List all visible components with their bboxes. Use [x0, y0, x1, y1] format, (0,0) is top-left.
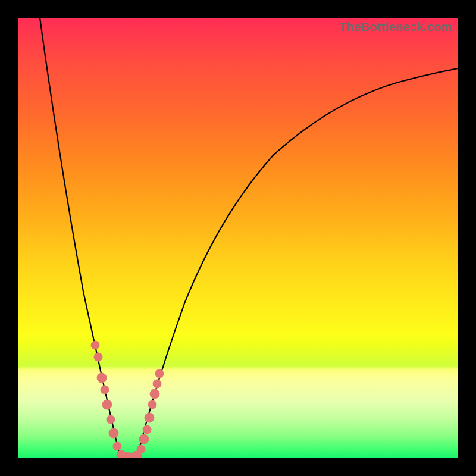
svg-point-7 — [113, 442, 121, 450]
svg-point-13 — [139, 434, 149, 444]
svg-point-2 — [97, 373, 107, 383]
svg-point-16 — [148, 400, 156, 409]
svg-point-19 — [155, 369, 164, 378]
svg-point-0 — [91, 341, 99, 349]
svg-point-6 — [109, 428, 118, 438]
svg-point-4 — [102, 400, 112, 409]
svg-point-5 — [107, 415, 115, 424]
bottleneck-curve — [18, 18, 458, 458]
svg-point-1 — [94, 353, 102, 361]
svg-point-12 — [137, 445, 145, 453]
plot-area: TheBottleneck.com — [18, 18, 458, 458]
chart-frame: TheBottleneck.com — [0, 0, 476, 476]
svg-point-3 — [101, 386, 109, 394]
svg-point-18 — [153, 380, 161, 388]
curve-right-branch — [137, 68, 458, 458]
svg-point-15 — [145, 413, 154, 422]
svg-point-14 — [143, 425, 151, 434]
svg-point-17 — [150, 389, 159, 399]
